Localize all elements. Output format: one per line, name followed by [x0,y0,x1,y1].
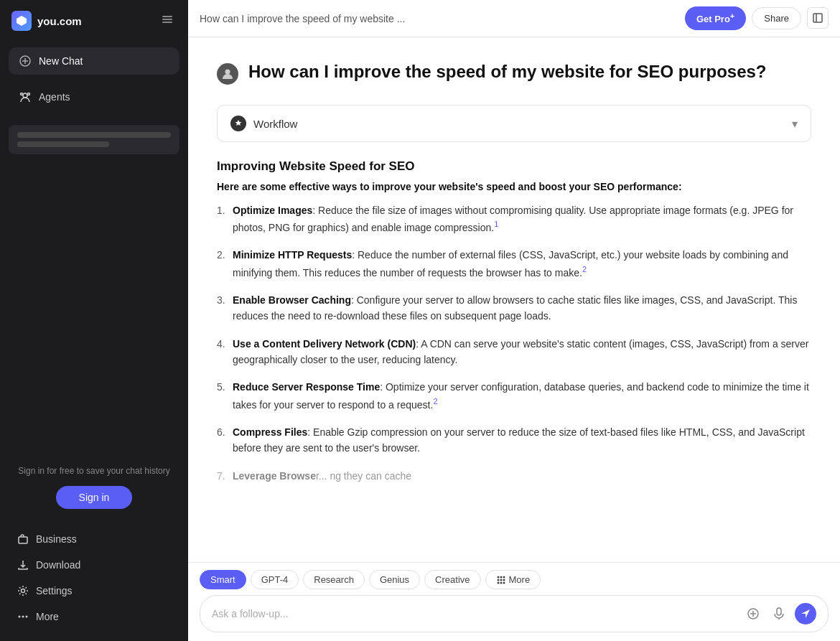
agents-label: Agents [39,91,70,103]
svg-point-8 [28,93,30,95]
send-icon [801,609,811,619]
svg-rect-2 [162,19,172,20]
tab-research[interactable]: Research [303,570,365,589]
list-item: 6. Compress Files: Enable Gzip compressi… [217,424,811,457]
list-item: 2. Minimize HTTP Requests: Reduce the nu… [217,247,811,280]
sidebar-item-settings[interactable]: Settings [9,578,179,604]
svg-point-14 [26,616,28,618]
logo-icon [11,11,32,31]
svg-point-12 [19,616,21,618]
svg-rect-1 [162,16,172,17]
sign-in-button[interactable]: Sign in [56,486,133,509]
new-chat-button[interactable]: New Chat [9,47,179,75]
logo-area: you.com [11,11,82,31]
tab-more[interactable]: More [485,570,541,589]
share-button[interactable]: Share [752,7,801,29]
sidebar-toggle[interactable] [158,10,177,32]
svg-rect-10 [19,537,27,543]
question-header: How can I improve the speed of my websit… [217,60,811,85]
question-text: How can I improve the speed of my websit… [248,60,767,83]
sign-in-text: Sign in for free to save your chat histo… [9,464,179,477]
svg-point-13 [22,616,24,618]
svg-rect-15 [813,14,822,22]
tab-smart[interactable]: Smart [200,570,246,589]
search-area [9,125,179,154]
svg-point-24 [497,581,499,584]
workflow-label: Workflow [230,116,297,131]
workflow-box[interactable]: Workflow ▾ [217,105,811,142]
input-row [200,595,829,632]
sidebar-item-settings-label: Settings [36,585,73,596]
svg-point-22 [500,579,502,581]
sidebar-bottom: Business Download Settings More [0,520,188,641]
avatar [217,63,238,85]
settings-icon [17,585,29,596]
search-line-1 [17,132,171,138]
search-line-2 [17,141,109,147]
tab-gpt4[interactable]: GPT-4 [251,570,299,589]
svg-rect-3 [162,22,172,23]
svg-point-18 [497,576,499,578]
workflow-text: Workflow [253,118,297,130]
mode-tabs: Smart GPT-4 Research Genius Creative Mor… [200,563,829,595]
add-button[interactable] [743,604,763,624]
send-button[interactable] [795,603,816,624]
svg-point-21 [497,579,499,581]
svg-point-9 [21,93,23,95]
list-item: 1. Optimize Images: Reduce the file size… [217,202,811,235]
sidebar-spacer [0,166,188,453]
tab-creative[interactable]: Creative [424,570,480,589]
sidebar: you.com New Chat Agents Sign in for free… [0,0,188,641]
get-pro-button[interactable]: Get Pro+ [685,6,746,29]
response-heading: Improving Website Speed for SEO [217,159,811,174]
expand-button[interactable] [807,7,829,29]
workflow-icon [230,116,246,131]
main-content: How can I improve the speed of my websit… [188,0,840,641]
expand-icon [813,13,823,23]
sidebar-item-business-label: Business [36,533,77,545]
add-icon [747,607,760,620]
sidebar-header: you.com [0,0,188,42]
new-chat-label: New Chat [39,55,83,67]
svg-point-23 [503,579,505,581]
mic-button[interactable] [769,604,789,624]
svg-point-11 [22,589,25,593]
svg-point-25 [500,581,502,584]
list-item: 7. Leverage Browser... ng they can cache [217,468,811,484]
chevron-down-icon: ▾ [792,117,798,131]
input-actions [743,603,816,624]
list-item: 5. Reduce Server Response Time: Optimize… [217,379,811,412]
svg-point-20 [503,576,505,578]
topbar: How can I improve the speed of my websit… [188,0,840,37]
sidebar-item-download-label: Download [36,559,80,571]
topbar-actions: Get Pro+ Share [685,6,829,29]
mic-icon [773,607,785,620]
topbar-title: How can I improve the speed of my websit… [200,13,685,24]
svg-point-26 [503,581,505,584]
tab-genius[interactable]: Genius [369,570,420,589]
user-icon [221,67,234,80]
response-list: 1. Optimize Images: Reduce the file size… [217,202,811,484]
sidebar-item-business[interactable]: Business [9,526,179,552]
agents-button[interactable]: Agents [9,83,179,111]
response-intro: Here are some effective ways to improve … [217,181,811,192]
briefcase-icon [17,533,29,545]
sidebar-item-more-label: More [36,611,59,622]
bottom-bar: Smart GPT-4 Research Genius Creative Mor… [188,562,840,641]
svg-point-19 [500,576,502,578]
download-icon [17,559,29,571]
logo-text: you.com [37,15,82,27]
sidebar-item-more[interactable]: More [9,604,179,630]
workflow-inner-icon [234,119,243,128]
content-area: How can I improve the speed of my websit… [188,37,840,562]
svg-point-7 [23,93,27,98]
list-item: 4. Use a Content Delivery Network (CDN):… [217,336,811,368]
grid-icon [496,575,506,585]
sign-in-section: Sign in for free to save your chat histo… [0,453,188,520]
svg-rect-30 [777,608,781,615]
chat-input[interactable] [212,608,737,619]
list-item: 3. Enable Browser Caching: Configure you… [217,292,811,324]
svg-marker-0 [17,16,27,26]
svg-point-17 [225,70,230,75]
sidebar-item-download[interactable]: Download [9,552,179,578]
